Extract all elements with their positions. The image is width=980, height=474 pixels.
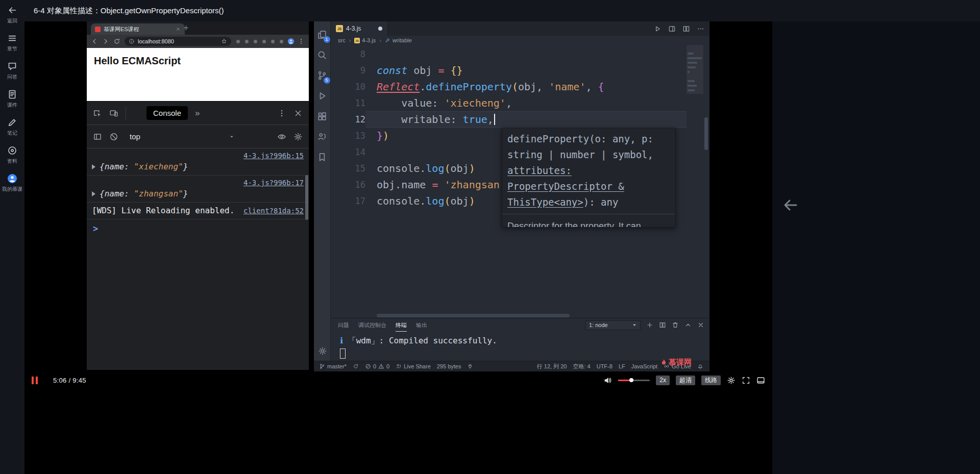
video-player[interactable]: 慕课网ES课程 localhost:8080 xyxy=(24,21,772,474)
encoding-status[interactable]: UTF-8 xyxy=(597,363,612,369)
pause-button[interactable] xyxy=(32,377,38,384)
live-share-status[interactable]: Live Share xyxy=(396,363,431,369)
activity-bookmarks-button[interactable] xyxy=(314,147,331,167)
go-live-status[interactable]: Go Live xyxy=(664,363,691,369)
console-source-link[interactable]: 4-3.js?996b:15 xyxy=(243,152,304,160)
activity-search-button[interactable] xyxy=(314,45,331,65)
run-icon[interactable] xyxy=(654,25,662,33)
web-fullscreen-icon[interactable] xyxy=(756,376,765,385)
console-scrollbar[interactable] xyxy=(305,175,308,220)
console-source-link[interactable]: 4-3.js?996b:17 xyxy=(243,179,304,187)
browser-menu-icon[interactable] xyxy=(298,38,305,45)
code-line[interactable]: 9const obj = {} xyxy=(331,62,687,79)
sidebar-item-courseware[interactable]: 课件 xyxy=(0,89,24,109)
sidebar-item-chapters[interactable]: 章节 xyxy=(0,33,24,53)
cursor-position-status[interactable]: 行 12, 列 20 xyxy=(537,363,567,370)
signature-token[interactable]: ThisType<any> xyxy=(507,196,583,208)
browser-reload-icon[interactable] xyxy=(113,38,120,45)
language-status[interactable]: JavaScript xyxy=(631,363,657,369)
volume-knob[interactable] xyxy=(629,378,633,382)
code-line[interactable]: 12 writable: true, xyxy=(331,111,687,128)
breadcrumb-file[interactable]: JS 4-3.js xyxy=(354,37,376,43)
activity-liveshare-button[interactable] xyxy=(314,127,331,147)
problems-status[interactable]: 0 0 xyxy=(365,363,389,369)
speed-button[interactable]: 2x xyxy=(656,376,670,385)
notifications-status[interactable] xyxy=(697,363,703,369)
sidebar-item-back[interactable]: 返回 xyxy=(0,5,24,24)
split-editor-icon[interactable] xyxy=(682,25,690,33)
extension-icon[interactable] xyxy=(244,39,250,44)
activity-scm-button[interactable]: 5 xyxy=(314,65,331,86)
code-line[interactable]: 8 xyxy=(331,46,687,62)
modified-dot-icon[interactable] xyxy=(378,27,382,31)
minimap[interactable] xyxy=(687,45,703,213)
panel-tab[interactable]: 终端 xyxy=(396,318,407,332)
sidebar-item-materials[interactable]: 资料 xyxy=(0,145,24,165)
console-settings-icon[interactable] xyxy=(293,132,303,141)
editor-tab[interactable]: JS 4-3.js xyxy=(331,21,388,36)
layout-icon[interactable] xyxy=(668,25,676,33)
extension-icon[interactable] xyxy=(235,39,241,44)
activity-ext-button[interactable] xyxy=(314,106,331,127)
console-sidebar-icon[interactable] xyxy=(93,132,102,141)
editor-scrollbar[interactable] xyxy=(704,117,708,150)
activity-debug-button[interactable] xyxy=(314,86,331,106)
browser-back-icon[interactable] xyxy=(91,38,98,45)
volume-icon[interactable] xyxy=(603,376,612,385)
editor-hscrollbar[interactable] xyxy=(331,313,687,318)
expand-catalog-button[interactable] xyxy=(779,195,802,215)
bookmark-star-icon[interactable] xyxy=(221,38,227,44)
terminal-selector[interactable]: 1: node xyxy=(585,320,641,330)
browser-tab[interactable]: 慕课网ES课程 xyxy=(91,23,185,35)
indent-status[interactable]: 空格: 4 xyxy=(573,363,590,370)
split-terminal-icon[interactable] xyxy=(659,321,666,329)
panel-tab[interactable]: 输出 xyxy=(416,318,427,332)
activity-explorer-button[interactable]: 1 xyxy=(314,24,331,45)
devtools-close-icon[interactable] xyxy=(293,109,303,118)
clear-console-icon[interactable] xyxy=(109,132,118,141)
console-panel-tab[interactable]: Console xyxy=(146,106,188,120)
eol-status[interactable]: LF xyxy=(619,363,625,369)
volume-slider[interactable] xyxy=(618,380,650,381)
plug-status[interactable] xyxy=(467,363,473,369)
player-settings-icon[interactable] xyxy=(727,376,736,385)
expand-triangle-icon[interactable] xyxy=(92,164,95,169)
terminal[interactable]: ℹ 「wdm」: Compiled successfully. xyxy=(331,332,709,359)
more-actions-icon[interactable] xyxy=(697,25,704,33)
sync-status[interactable] xyxy=(353,363,359,369)
extension-icon[interactable] xyxy=(279,39,284,44)
kill-terminal-icon[interactable] xyxy=(672,321,679,329)
expand-triangle-icon[interactable] xyxy=(92,191,95,196)
device-toolbar-icon[interactable] xyxy=(109,109,118,118)
new-tab-icon[interactable] xyxy=(183,24,189,31)
breadcrumb-symbol[interactable]: writable xyxy=(385,37,412,43)
address-bar[interactable]: localhost:8080 xyxy=(125,37,231,46)
console-source-link[interactable]: client?81da:52 xyxy=(243,205,304,217)
panel-tab[interactable]: 问题 xyxy=(338,318,349,332)
console-output[interactable]: 4-3.js?996b:15{name: "xiecheng"}4-3.js?9… xyxy=(87,148,309,370)
signature-token[interactable]: PropertyDescriptor & xyxy=(507,181,624,192)
browser-forward-icon[interactable] xyxy=(102,38,109,45)
maximize-panel-icon[interactable] xyxy=(684,321,692,329)
git-branch-status[interactable]: master* xyxy=(319,363,347,369)
settings-gear-button[interactable] xyxy=(314,345,331,357)
sidebar-item-qa[interactable]: 问答 xyxy=(0,61,24,81)
console-prompt[interactable]: > xyxy=(87,219,309,238)
code-line[interactable]: 10Reflect.defineProperty(obj, 'name', { xyxy=(331,79,687,95)
extension-icon[interactable] xyxy=(270,39,276,44)
new-terminal-icon[interactable] xyxy=(646,321,653,329)
signature-token[interactable]: attributes: xyxy=(507,165,572,176)
quality-button[interactable]: 超清 xyxy=(676,376,695,385)
panel-tab[interactable]: 调试控制台 xyxy=(358,318,386,332)
sidebar-item-mycourse[interactable]: 我的慕课 xyxy=(0,173,24,193)
close-panel-icon[interactable] xyxy=(697,321,704,329)
sidebar-item-notes[interactable]: 笔记 xyxy=(0,117,24,137)
more-tabs-chevron[interactable]: » xyxy=(195,108,200,118)
fullscreen-icon[interactable] xyxy=(742,376,750,385)
extension-icon[interactable] xyxy=(261,39,267,44)
site-info-icon[interactable] xyxy=(129,38,135,44)
line-button[interactable]: 线路 xyxy=(701,376,721,385)
devtools-menu-icon[interactable] xyxy=(277,109,286,118)
code-line[interactable]: 11 value: 'xiecheng', xyxy=(331,95,687,111)
profile-avatar[interactable] xyxy=(287,38,295,45)
